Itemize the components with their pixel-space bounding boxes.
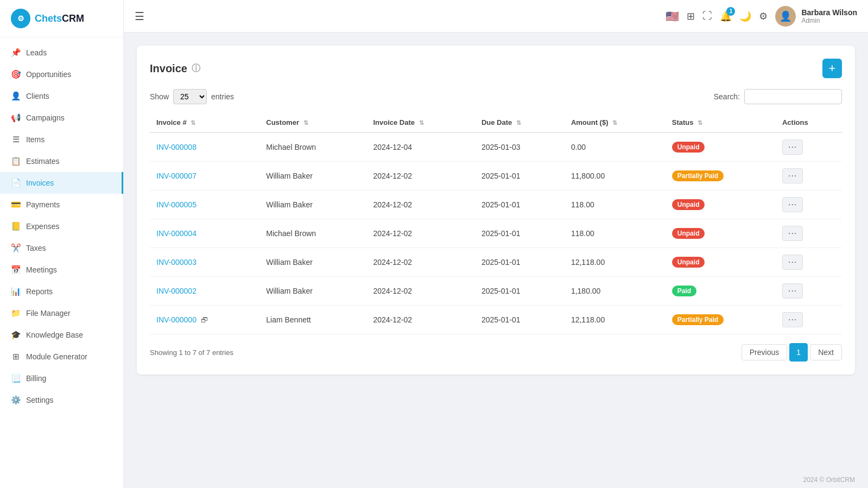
previous-button[interactable]: Previous [742,344,787,360]
actions-cell: ··· [776,132,842,162]
sidebar-item-payments[interactable]: 💳Payments [0,194,123,216]
actions-button[interactable]: ··· [782,197,803,212]
invoice-number: INV-000004 [150,219,259,248]
sidebar-item-expenses[interactable]: 📒Expenses [0,216,123,237]
status-cell: Paid [666,277,776,306]
sidebar-item-meetings[interactable]: 📅Meetings [0,259,123,281]
hamburger-menu[interactable]: ☰ [135,10,144,23]
items-icon: ☰ [11,135,21,144]
actions-button[interactable]: ··· [782,140,803,155]
sidebar-item-leads[interactable]: 📌Leads [0,42,123,64]
sidebar-item-module-generator[interactable]: ⊞Module Generator [0,346,123,367]
invoice-link[interactable]: INV-000008 [156,143,197,151]
sidebar-item-label: Leads [26,48,47,57]
invoice-link[interactable]: INV-000002 [156,287,197,295]
due-date: 2025-01-01 [475,277,565,306]
sidebar-item-opportunities[interactable]: 🎯Opportunities [0,64,123,85]
amount: 12,118.00 [565,306,666,334]
status-cell: Unpaid [666,191,776,219]
sidebar-item-taxes[interactable]: ✂️Taxes [0,237,123,259]
table-controls: Show 25 10 50 100 entries Search: [150,89,842,104]
invoice-link[interactable]: INV-000000 [156,315,197,324]
status-cell: Unpaid [666,132,776,162]
due-date: 2025-01-03 [475,132,565,162]
sidebar-item-campaigns[interactable]: 📢Campaigns [0,107,123,129]
status-badge: Partially Paid [672,170,724,181]
actions-button[interactable]: ··· [782,168,803,183]
sidebar-item-label: Invoices [26,179,54,187]
module-generator-icon: ⊞ [11,352,21,362]
sidebar-item-label: Taxes [26,244,46,252]
sidebar-item-clients[interactable]: 👤Clients [0,85,123,107]
actions-cell: ··· [776,219,842,248]
col-customer: Customer ⇅ [259,113,366,132]
invoice-number: INV-000003 [150,248,259,277]
actions-cell: ··· [776,248,842,277]
status-badge: Unpaid [672,199,705,210]
actions-button[interactable]: ··· [782,255,803,270]
search-input[interactable] [744,89,842,104]
copy-icon[interactable]: 🗗 [201,316,208,324]
invoice-link[interactable]: INV-000003 [156,258,197,267]
table-header: Invoice # ⇅Customer ⇅Invoice Date ⇅Due D… [150,113,842,132]
invoice-date: 2024-12-02 [366,306,474,334]
invoice-date: 2024-12-02 [366,277,474,306]
col-invoice--: Invoice # ⇅ [150,113,259,132]
entries-select[interactable]: 25 10 50 100 [173,89,207,104]
language-selector[interactable]: 🇺🇸 [666,10,679,23]
status-cell: Unpaid [666,219,776,248]
sidebar-item-label: Opportunities [26,70,71,79]
sidebar-item-billing[interactable]: 📃Billing [0,367,123,389]
table-row: INV-000007 William Baker 2024-12-02 2025… [150,162,842,191]
actions-button[interactable]: ··· [782,312,803,327]
next-button[interactable]: Next [810,344,842,360]
sidebar-item-label: Expenses [26,222,59,231]
sidebar-item-items[interactable]: ☰Items [0,129,123,150]
search-label: Search: [714,92,740,101]
avatar: 👤 [775,6,796,27]
campaigns-icon: 📢 [11,113,21,123]
notifications-icon[interactable]: 🔔 1 [720,10,732,22]
sidebar-item-settings[interactable]: ⚙️Settings [0,389,123,411]
main-content: Invoice ⓘ + Show 25 10 50 100 entries [124,33,868,470]
user-menu[interactable]: 👤 Barbara Wilson Admin [775,6,857,27]
invoice-date: 2024-12-02 [366,191,474,219]
invoices-table: Invoice # ⇅Customer ⇅Invoice Date ⇅Due D… [150,113,842,334]
sidebar-item-invoices[interactable]: 📄Invoices [0,172,123,194]
settings-icon[interactable]: ⚙ [759,10,768,22]
show-entries-control: Show 25 10 50 100 entries [150,89,234,104]
amount: 11,800.00 [565,162,666,191]
leads-icon: 📌 [11,48,21,58]
add-invoice-button[interactable]: + [822,59,842,78]
fullscreen-icon[interactable]: ⛶ [702,10,712,22]
opportunities-icon: 🎯 [11,69,21,79]
pagination: Previous 1 Next [742,343,842,362]
due-date: 2025-01-01 [475,248,565,277]
sidebar-item-label: Meetings [26,265,57,274]
sidebar-item-estimates[interactable]: 📋Estimates [0,150,123,172]
file-manager-icon: 📁 [11,308,21,318]
invoice-link[interactable]: INV-000005 [156,200,197,209]
page-number-1[interactable]: 1 [789,343,808,362]
dark-mode-icon[interactable]: 🌙 [739,10,751,22]
invoice-number: INV-000005 [150,191,259,219]
actions-button[interactable]: ··· [782,226,803,241]
sidebar-item-file-manager[interactable]: 📁File Manager [0,302,123,324]
due-date: 2025-01-01 [475,162,565,191]
invoice-link[interactable]: INV-000007 [156,172,197,180]
sidebar-item-knowledge-base[interactable]: 🎓Knowledge Base [0,324,123,346]
table-row: INV-000005 William Baker 2024-12-02 2025… [150,191,842,219]
sidebar-item-label: Settings [26,396,54,404]
apps-icon[interactable]: ⊞ [687,10,695,22]
actions-button[interactable]: ··· [782,283,803,299]
sidebar-item-label: Module Generator [26,352,87,361]
sidebar-item-reports[interactable]: 📊Reports [0,281,123,302]
customer-name: Liam Bennett [259,306,366,334]
header-right: 🇺🇸 ⊞ ⛶ 🔔 1 🌙 ⚙ 👤 Barbara Wilson Admin [666,6,857,27]
footer-credit: 2024 © OrbitCRM [124,470,868,488]
status-badge: Partially Paid [672,314,724,325]
invoice-link[interactable]: INV-000004 [156,229,197,238]
info-icon[interactable]: ⓘ [192,63,200,74]
customer-name: William Baker [259,191,366,219]
knowledge-base-icon: 🎓 [11,330,21,340]
